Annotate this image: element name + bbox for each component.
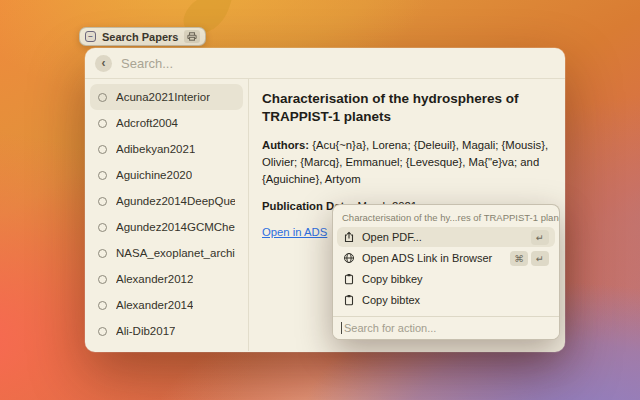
circle-icon — [98, 197, 107, 206]
action-search-input[interactable] — [344, 322, 551, 334]
key-badge: ↵ — [531, 230, 549, 245]
action-search-bar — [333, 316, 559, 339]
shortcut-badges: ⌘↵ — [510, 251, 549, 266]
action-label: Copy bibkey — [362, 273, 423, 285]
action-item[interactable]: Open ADS Link in Browser ⌘↵ — [337, 248, 555, 268]
circle-icon — [98, 119, 107, 128]
key-badge: ⌘ — [510, 251, 528, 266]
paper-name: Acuna2021Interior — [116, 91, 210, 103]
list-item[interactable]: Aguichine2020 — [90, 162, 243, 188]
paper-name: Alexander2014 — [116, 299, 193, 311]
paper-title: Characterisation of the hydrospheres of … — [262, 90, 547, 126]
remove-tag-icon[interactable]: − — [85, 31, 96, 42]
search-input[interactable] — [121, 56, 555, 71]
list-item[interactable]: Agundez2014DeepQuench — [90, 188, 243, 214]
list-item[interactable]: Agundez2014GCMChem — [90, 214, 243, 240]
printer-icon — [184, 30, 200, 43]
papers-list: Acuna2021Interior Adcroft2004 Adibekyan2… — [85, 79, 249, 351]
paper-name: NASA_exoplanet_archive — [116, 247, 235, 259]
clipboard-icon — [343, 294, 355, 306]
paper-name: Adcroft2004 — [116, 117, 178, 129]
circle-icon — [98, 301, 107, 310]
action-panel: Characterisation of the hy...res of TRAP… — [332, 204, 560, 340]
back-button[interactable]: ‹ — [95, 55, 112, 72]
action-item[interactable]: Copy bibtex — [337, 290, 555, 310]
paper-name: Agundez2014GCMChem — [116, 221, 235, 233]
command-tag-pill[interactable]: − Search Papers — [79, 27, 206, 46]
paper-name: Aguichine2020 — [116, 169, 192, 181]
circle-icon — [98, 249, 107, 258]
share-icon — [343, 231, 355, 243]
shortcut-badges: ↵ — [531, 230, 549, 245]
list-item[interactable]: Adcroft2004 — [90, 110, 243, 136]
paper-name: Adibekyan2021 — [116, 143, 195, 155]
globe-icon — [343, 252, 355, 264]
action-label: Open ADS Link in Browser — [362, 252, 492, 264]
list-item[interactable]: Alibert2005 — [90, 344, 243, 351]
circle-icon — [98, 327, 107, 336]
search-bar: ‹ — [85, 48, 565, 79]
circle-icon — [98, 93, 107, 102]
circle-icon — [98, 171, 107, 180]
list-item[interactable]: Alexander2014 — [90, 292, 243, 318]
authors-label: Authors: — [262, 139, 309, 151]
clipboard-icon — [343, 273, 355, 285]
list-item[interactable]: Acuna2021Interior — [90, 84, 243, 110]
paper-authors: Authors: {Acu{~n}a}, Lorena; {Deleuil}, … — [262, 137, 552, 188]
paper-name: Ali-Dib2017 — [116, 325, 175, 337]
list-item[interactable]: Adibekyan2021 — [90, 136, 243, 162]
action-item[interactable]: Open PDF... ↵ — [337, 227, 555, 247]
key-badge: ↵ — [531, 251, 549, 266]
circle-icon — [98, 145, 107, 154]
list-item[interactable]: NASA_exoplanet_archive — [90, 240, 243, 266]
action-label: Copy bibtex — [362, 294, 420, 306]
action-panel-header: Characterisation of the hy...res of TRAP… — [333, 205, 559, 227]
text-caret — [341, 322, 342, 334]
paper-name: Alexander2012 — [116, 273, 193, 285]
list-item[interactable]: Alexander2012 — [90, 266, 243, 292]
action-item[interactable]: Copy bibkey — [337, 269, 555, 289]
list-item[interactable]: Ali-Dib2017 — [90, 318, 243, 344]
circle-icon — [98, 275, 107, 284]
circle-icon — [98, 223, 107, 232]
paper-name: Agundez2014DeepQuench — [116, 195, 235, 207]
action-label: Open PDF... — [362, 231, 422, 243]
command-tag-label: Search Papers — [102, 31, 178, 43]
open-in-ads-link[interactable]: Open in ADS — [262, 226, 327, 238]
